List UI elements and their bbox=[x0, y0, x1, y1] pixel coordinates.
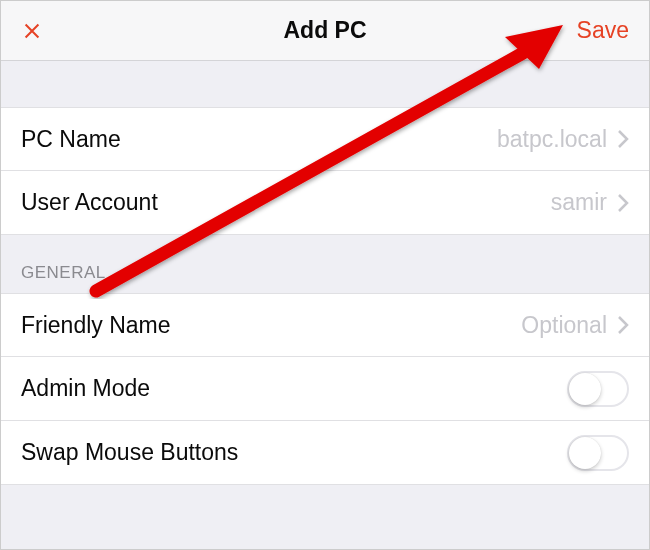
chevron-right-icon bbox=[617, 193, 629, 213]
friendly-name-label: Friendly Name bbox=[21, 312, 171, 339]
swap-mouse-row: Swap Mouse Buttons bbox=[1, 421, 649, 485]
general-section: Friendly Name Optional Admin Mode Swap M… bbox=[1, 293, 649, 485]
connection-section: PC Name batpc.local User Account samir bbox=[1, 107, 649, 235]
pc-name-value: batpc.local bbox=[497, 126, 607, 153]
pc-name-row[interactable]: PC Name batpc.local bbox=[1, 107, 649, 171]
save-button[interactable]: Save bbox=[577, 17, 629, 44]
close-icon bbox=[21, 20, 43, 42]
toggle-knob-icon bbox=[569, 437, 601, 469]
chevron-right-icon bbox=[617, 129, 629, 149]
toggle-knob-icon bbox=[569, 373, 601, 405]
chevron-right-icon bbox=[617, 315, 629, 335]
friendly-name-placeholder: Optional bbox=[521, 312, 607, 339]
swap-mouse-label: Swap Mouse Buttons bbox=[21, 439, 238, 466]
swap-mouse-toggle[interactable] bbox=[567, 435, 629, 471]
admin-mode-label: Admin Mode bbox=[21, 375, 150, 402]
user-account-row[interactable]: User Account samir bbox=[1, 171, 649, 235]
pc-name-label: PC Name bbox=[21, 126, 121, 153]
page-title: Add PC bbox=[283, 17, 366, 44]
close-button[interactable] bbox=[21, 20, 43, 42]
section-spacer bbox=[1, 61, 649, 107]
user-account-label: User Account bbox=[21, 189, 158, 216]
admin-mode-toggle[interactable] bbox=[567, 371, 629, 407]
admin-mode-row: Admin Mode bbox=[1, 357, 649, 421]
navigation-header: Add PC Save bbox=[1, 1, 649, 61]
friendly-name-row[interactable]: Friendly Name Optional bbox=[1, 293, 649, 357]
user-account-value: samir bbox=[551, 189, 607, 216]
general-section-header: General bbox=[1, 235, 649, 293]
